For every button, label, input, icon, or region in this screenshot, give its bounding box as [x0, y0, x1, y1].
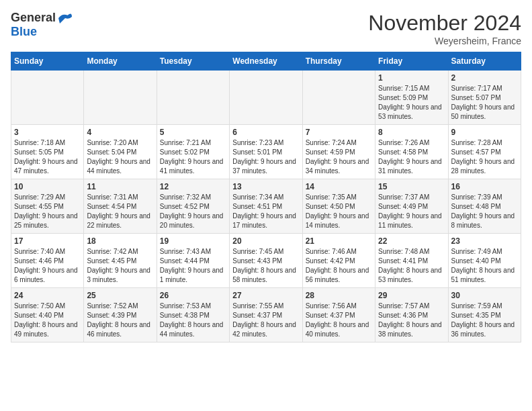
calendar-cell: 17Sunrise: 7:40 AM Sunset: 4:46 PM Dayli… [11, 234, 84, 288]
day-number: 14 [306, 182, 372, 191]
calendar-cell: 16Sunrise: 7:39 AM Sunset: 4:48 PM Dayli… [448, 179, 521, 234]
calendar-week-row: 24Sunrise: 7:50 AM Sunset: 4:40 PM Dayli… [11, 288, 521, 342]
day-info: Sunrise: 7:55 AM Sunset: 4:37 PM Dayligh… [232, 302, 299, 339]
calendar-week-row: 1Sunrise: 7:15 AM Sunset: 5:09 PM Daylig… [11, 71, 521, 125]
page-header: General Blue November 2024 Weyersheim, F… [11, 11, 521, 46]
day-number: 28 [306, 291, 372, 300]
calendar-cell: 18Sunrise: 7:42 AM Sunset: 4:45 PM Dayli… [84, 234, 157, 288]
calendar-cell: 27Sunrise: 7:55 AM Sunset: 4:37 PM Dayli… [230, 288, 302, 342]
calendar-cell: 22Sunrise: 7:48 AM Sunset: 4:41 PM Dayli… [375, 234, 448, 288]
day-number: 1 [378, 73, 445, 83]
day-number: 6 [232, 128, 299, 137]
day-info: Sunrise: 7:39 AM Sunset: 4:48 PM Dayligh… [451, 193, 518, 230]
day-info: Sunrise: 7:31 AM Sunset: 4:54 PM Dayligh… [87, 193, 153, 230]
calendar-cell: 12Sunrise: 7:32 AM Sunset: 4:52 PM Dayli… [157, 179, 229, 234]
col-friday: Friday [375, 52, 448, 71]
calendar-cell: 4Sunrise: 7:20 AM Sunset: 5:04 PM Daylig… [84, 125, 157, 179]
day-info: Sunrise: 7:35 AM Sunset: 4:50 PM Dayligh… [306, 193, 372, 230]
calendar-cell [84, 71, 157, 125]
day-info: Sunrise: 7:43 AM Sunset: 4:44 PM Dayligh… [160, 247, 226, 285]
calendar-cell: 20Sunrise: 7:45 AM Sunset: 4:43 PM Dayli… [230, 234, 302, 288]
day-number: 10 [14, 182, 81, 191]
calendar-cell [302, 71, 375, 125]
day-info: Sunrise: 7:40 AM Sunset: 4:46 PM Dayligh… [14, 247, 81, 285]
calendar-cell: 9Sunrise: 7:28 AM Sunset: 4:57 PM Daylig… [448, 125, 521, 179]
calendar-cell: 5Sunrise: 7:21 AM Sunset: 5:02 PM Daylig… [157, 125, 229, 179]
day-number: 25 [87, 291, 153, 300]
calendar-cell: 30Sunrise: 7:59 AM Sunset: 4:35 PM Dayli… [448, 288, 521, 342]
calendar-header: Sunday Monday Tuesday Wednesday Thursday… [11, 52, 521, 71]
day-info: Sunrise: 7:59 AM Sunset: 4:35 PM Dayligh… [451, 302, 518, 339]
col-thursday: Thursday [302, 52, 375, 71]
day-number: 20 [232, 236, 299, 246]
title-section: November 2024 Weyersheim, France [368, 11, 521, 46]
calendar-cell: 13Sunrise: 7:34 AM Sunset: 4:51 PM Dayli… [230, 179, 302, 234]
calendar-cell [157, 71, 229, 125]
location-label: Weyersheim, France [368, 36, 521, 46]
day-number: 9 [451, 128, 518, 137]
day-info: Sunrise: 7:20 AM Sunset: 5:04 PM Dayligh… [87, 138, 153, 176]
day-info: Sunrise: 7:26 AM Sunset: 4:58 PM Dayligh… [378, 138, 445, 176]
day-number: 16 [451, 182, 518, 191]
calendar-cell: 29Sunrise: 7:57 AM Sunset: 4:36 PM Dayli… [375, 288, 448, 342]
day-number: 2 [451, 73, 518, 83]
day-info: Sunrise: 7:15 AM Sunset: 5:09 PM Dayligh… [378, 84, 445, 122]
calendar-cell: 23Sunrise: 7:49 AM Sunset: 4:40 PM Dayli… [448, 234, 521, 288]
calendar-cell [11, 71, 84, 125]
logo-blue-text: Blue [11, 25, 37, 39]
day-info: Sunrise: 7:45 AM Sunset: 4:43 PM Dayligh… [232, 247, 299, 285]
day-number: 15 [378, 182, 445, 191]
day-number: 5 [160, 128, 226, 137]
day-info: Sunrise: 7:28 AM Sunset: 4:57 PM Dayligh… [451, 138, 518, 176]
day-info: Sunrise: 7:24 AM Sunset: 4:59 PM Dayligh… [306, 138, 372, 176]
calendar-body: 1Sunrise: 7:15 AM Sunset: 5:09 PM Daylig… [11, 71, 521, 342]
calendar-cell: 28Sunrise: 7:56 AM Sunset: 4:37 PM Dayli… [302, 288, 375, 342]
calendar-week-row: 3Sunrise: 7:18 AM Sunset: 5:05 PM Daylig… [11, 125, 521, 179]
day-number: 21 [306, 236, 372, 246]
calendar-week-row: 17Sunrise: 7:40 AM Sunset: 4:46 PM Dayli… [11, 234, 521, 288]
month-title: November 2024 [368, 11, 521, 36]
day-number: 19 [160, 236, 226, 246]
day-number: 18 [87, 236, 153, 246]
day-number: 22 [378, 236, 445, 246]
day-info: Sunrise: 7:53 AM Sunset: 4:38 PM Dayligh… [160, 302, 226, 339]
day-number: 17 [14, 236, 81, 246]
day-number: 11 [87, 182, 153, 191]
day-number: 13 [232, 182, 299, 191]
day-info: Sunrise: 7:37 AM Sunset: 4:49 PM Dayligh… [378, 193, 445, 230]
calendar-cell: 1Sunrise: 7:15 AM Sunset: 5:09 PM Daylig… [375, 71, 448, 125]
calendar-table: Sunday Monday Tuesday Wednesday Thursday… [11, 52, 521, 342]
day-info: Sunrise: 7:23 AM Sunset: 5:01 PM Dayligh… [232, 138, 299, 176]
day-info: Sunrise: 7:17 AM Sunset: 5:07 PM Dayligh… [451, 84, 518, 122]
day-info: Sunrise: 7:34 AM Sunset: 4:51 PM Dayligh… [232, 193, 299, 230]
logo-general-text: General [11, 11, 56, 25]
day-info: Sunrise: 7:46 AM Sunset: 4:42 PM Dayligh… [306, 247, 372, 285]
calendar-cell: 6Sunrise: 7:23 AM Sunset: 5:01 PM Daylig… [230, 125, 302, 179]
col-monday: Monday [84, 52, 157, 71]
calendar-week-row: 10Sunrise: 7:29 AM Sunset: 4:55 PM Dayli… [11, 179, 521, 234]
calendar-cell: 11Sunrise: 7:31 AM Sunset: 4:54 PM Dayli… [84, 179, 157, 234]
day-number: 23 [451, 236, 518, 246]
day-number: 29 [378, 291, 445, 300]
calendar-cell [230, 71, 302, 125]
calendar-cell: 24Sunrise: 7:50 AM Sunset: 4:40 PM Dayli… [11, 288, 84, 342]
calendar-cell: 21Sunrise: 7:46 AM Sunset: 4:42 PM Dayli… [302, 234, 375, 288]
day-number: 4 [87, 128, 153, 137]
day-info: Sunrise: 7:29 AM Sunset: 4:55 PM Dayligh… [14, 193, 81, 230]
day-number: 8 [378, 128, 445, 137]
day-number: 12 [160, 182, 226, 191]
col-wednesday: Wednesday [230, 52, 302, 71]
day-number: 3 [14, 128, 81, 137]
day-info: Sunrise: 7:50 AM Sunset: 4:40 PM Dayligh… [14, 302, 81, 339]
calendar-cell: 8Sunrise: 7:26 AM Sunset: 4:58 PM Daylig… [375, 125, 448, 179]
day-info: Sunrise: 7:52 AM Sunset: 4:39 PM Dayligh… [87, 302, 153, 339]
calendar-cell: 25Sunrise: 7:52 AM Sunset: 4:39 PM Dayli… [84, 288, 157, 342]
calendar-cell: 10Sunrise: 7:29 AM Sunset: 4:55 PM Dayli… [11, 179, 84, 234]
day-info: Sunrise: 7:21 AM Sunset: 5:02 PM Dayligh… [160, 138, 226, 176]
col-saturday: Saturday [448, 52, 521, 71]
day-info: Sunrise: 7:42 AM Sunset: 4:45 PM Dayligh… [87, 247, 153, 285]
calendar-cell: 7Sunrise: 7:24 AM Sunset: 4:59 PM Daylig… [302, 125, 375, 179]
calendar-cell: 15Sunrise: 7:37 AM Sunset: 4:49 PM Dayli… [375, 179, 448, 234]
logo-bird-icon [57, 11, 73, 25]
col-tuesday: Tuesday [157, 52, 229, 71]
